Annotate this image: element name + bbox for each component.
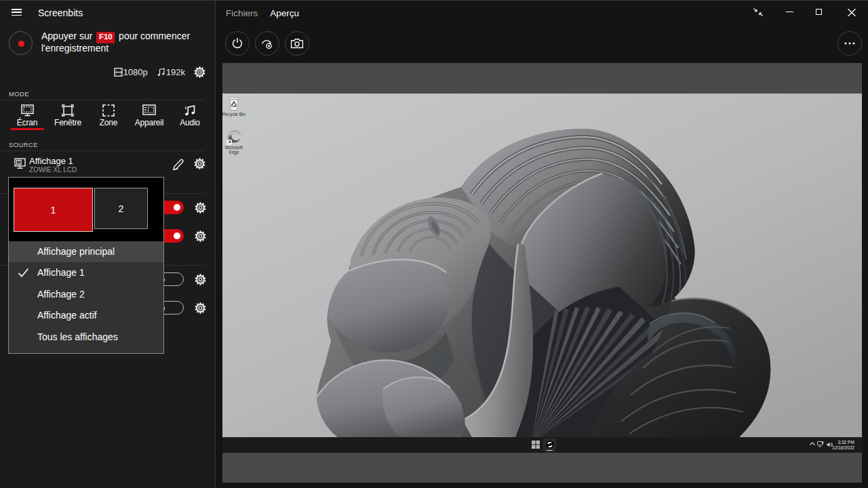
svg-text:1: 1	[18, 160, 20, 165]
